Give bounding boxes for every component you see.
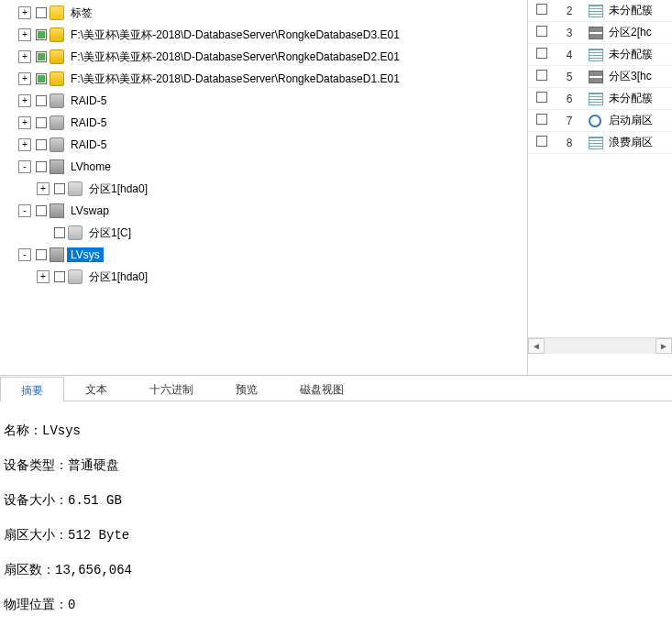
tree-item[interactable]: +RAID-5 <box>0 134 527 156</box>
toggle-icon[interactable]: + <box>18 50 31 63</box>
checkbox[interactable] <box>536 48 547 59</box>
tree-item[interactable]: +F:\美亚杯\美亚杯-2018\D-DatabaseServer\Rongke… <box>0 68 527 90</box>
part-icon <box>68 225 83 240</box>
tree-item-label: RAID-5 <box>67 93 110 108</box>
row-num: 4 <box>556 49 583 61</box>
checkbox[interactable] <box>536 26 547 37</box>
lock-icon <box>50 49 64 64</box>
tabs: 摘要 文本 十六进制 预览 磁盘视图 <box>0 376 672 401</box>
row-num: 2 <box>556 5 583 17</box>
tree-item[interactable]: +分区1[hda0] <box>0 266 527 288</box>
toggle-icon[interactable]: + <box>37 270 50 283</box>
scroll-right-icon[interactable]: ► <box>655 338 672 354</box>
checkbox[interactable] <box>536 114 547 125</box>
tree-item-label: F:\美亚杯\美亚杯-2018\D-DatabaseServer\RongkeD… <box>67 27 403 44</box>
checkbox[interactable] <box>536 4 547 15</box>
checkbox[interactable] <box>536 136 547 147</box>
toggle-icon[interactable]: + <box>18 94 31 107</box>
checkbox[interactable] <box>54 271 65 282</box>
checkbox[interactable] <box>36 205 47 216</box>
table-row[interactable]: 4未分配簇 <box>528 44 672 66</box>
row-text: 未分配簇 <box>603 47 658 62</box>
lv-icon <box>50 159 64 174</box>
checkbox[interactable] <box>36 249 47 260</box>
lv-icon <box>50 203 64 218</box>
part-icon <box>68 269 83 284</box>
checkbox[interactable] <box>36 51 47 62</box>
raid-icon <box>50 115 64 130</box>
lock-icon <box>50 71 64 86</box>
tree-item-label: 分区1[hda0] <box>85 181 151 198</box>
scroll-left-icon[interactable]: ◄ <box>528 338 545 354</box>
tree-item-label: LVswap <box>67 203 113 218</box>
checkbox[interactable] <box>36 7 47 18</box>
tab-text[interactable]: 文本 <box>64 376 128 401</box>
row-num: 5 <box>556 71 583 83</box>
tag-icon <box>50 5 64 20</box>
details-panel: 名称：LVsys 设备类型：普通硬盘 设备大小：6.51 GB 扇区大小：512… <box>0 401 672 626</box>
checkbox[interactable] <box>54 183 65 194</box>
tree-item[interactable]: 分区1[C] <box>0 222 527 244</box>
checkbox[interactable] <box>536 92 547 103</box>
checkbox[interactable] <box>36 29 47 40</box>
tree-item[interactable]: +F:\美亚杯\美亚杯-2018\D-DatabaseServer\Rongke… <box>0 46 527 68</box>
toggle-icon[interactable]: + <box>18 6 31 19</box>
ring-icon <box>589 115 601 127</box>
tree-item-label: LVsys <box>67 247 104 262</box>
raid-icon <box>50 93 64 108</box>
toggle-icon[interactable]: - <box>18 204 31 217</box>
tree-item[interactable]: +F:\美亚杯\美亚杯-2018\D-DatabaseServer\Rongke… <box>0 24 527 46</box>
table-row[interactable]: 8浪费扇区 <box>528 132 672 154</box>
lines-icon <box>589 49 603 61</box>
lv-icon <box>50 247 64 262</box>
row-text: 未分配簇 <box>603 91 658 106</box>
tab-preview[interactable]: 预览 <box>215 376 279 401</box>
horizontal-scrollbar[interactable]: ◄ ► <box>528 337 672 354</box>
tab-hex[interactable]: 十六进制 <box>128 376 215 401</box>
toggle-icon[interactable]: - <box>18 248 31 261</box>
checkbox[interactable] <box>36 161 47 172</box>
table-row[interactable]: 3分区2[hc <box>528 22 672 44</box>
toggle-icon[interactable]: + <box>37 182 50 195</box>
row-text: 未分配簇 <box>603 3 658 18</box>
lines-icon <box>589 93 603 105</box>
grid-panel: 2未分配簇3分区2[hc4未分配簇5分区3[hc6未分配簇7启动扇区8浪费扇区 … <box>527 0 672 375</box>
tree-item-label: 标签 <box>67 5 96 22</box>
toggle-icon[interactable]: + <box>18 28 31 41</box>
table-row[interactable]: 5分区3[hc <box>528 66 672 88</box>
tree-item-label: LVhome <box>67 159 115 174</box>
checkbox[interactable] <box>36 117 47 128</box>
tree-item[interactable]: +RAID-5 <box>0 112 527 134</box>
tree-item[interactable]: -LVsys <box>0 244 527 266</box>
toggle-icon[interactable]: + <box>18 138 31 151</box>
detail-phys-loc: 物理位置：0 <box>4 597 668 614</box>
table-row[interactable]: 2未分配簇 <box>528 0 672 22</box>
tree-item-label: 分区1[hda0] <box>85 269 151 286</box>
tree-item[interactable]: +RAID-5 <box>0 90 527 112</box>
tab-summary[interactable]: 摘要 <box>0 377 64 401</box>
checkbox[interactable] <box>36 139 47 150</box>
lines-icon <box>589 137 603 149</box>
tree-item[interactable]: -LVhome <box>0 156 527 178</box>
tree-item[interactable]: +标签 <box>0 2 527 24</box>
checkbox[interactable] <box>54 227 65 238</box>
tree-item-label: RAID-5 <box>67 137 110 152</box>
table-row[interactable]: 7启动扇区 <box>528 110 672 132</box>
tree-item-label: 分区1[C] <box>85 225 135 242</box>
tree-item[interactable]: +分区1[hda0] <box>0 178 527 200</box>
row-text: 分区2[hc <box>603 25 657 40</box>
toggle-icon[interactable]: + <box>18 72 31 85</box>
checkbox[interactable] <box>36 95 47 106</box>
tab-diskview[interactable]: 磁盘视图 <box>279 376 365 401</box>
toggle-icon[interactable]: - <box>18 160 31 173</box>
checkbox[interactable] <box>36 73 47 84</box>
toggle-icon[interactable]: + <box>18 116 31 129</box>
tree-item[interactable]: -LVswap <box>0 200 527 222</box>
row-text: 分区3[hc <box>603 69 657 84</box>
checkbox[interactable] <box>536 70 547 81</box>
bars-icon <box>589 27 603 39</box>
raid-icon <box>50 137 64 152</box>
detail-size: 设备大小：6.51 GB <box>4 492 668 510</box>
table-row[interactable]: 6未分配簇 <box>528 88 672 110</box>
tree-item-label: F:\美亚杯\美亚杯-2018\D-DatabaseServer\RongkeD… <box>67 49 403 66</box>
